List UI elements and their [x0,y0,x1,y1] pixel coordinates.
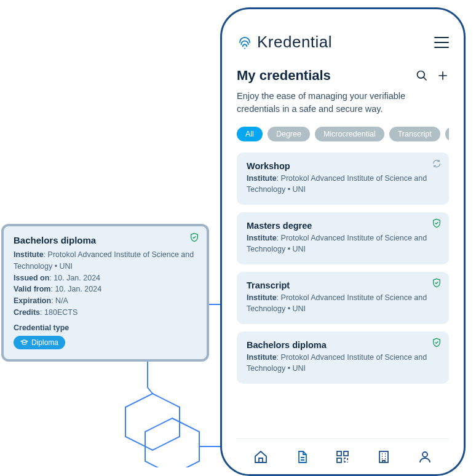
credential-card[interactable]: Transcript Institute: Protokol Advanced … [237,272,449,324]
nav-profile[interactable] [417,449,433,465]
card-title: Bachelors diploma [247,340,439,350]
shield-check-icon [432,338,442,347]
card-title: Masters degree [247,221,439,231]
search-icon[interactable] [416,69,428,82]
nav-documents[interactable] [294,449,310,465]
svg-rect-2 [344,451,348,456]
card-subtitle: Institute: Protokol Advanced Institute o… [247,173,439,195]
filter-chip-other[interactable]: Otl [445,127,449,141]
card-subtitle: Institute: Protokol Advanced Institute o… [247,293,439,314]
refresh-icon [432,159,442,169]
bottom-nav [237,438,449,474]
credential-list: Workshop Institute: Protokol Advanced In… [237,153,449,438]
card-subtitle: Institute: Protokol Advanced Institute o… [247,233,439,255]
credential-type-chip: Diploma [14,336,65,349]
svg-point-0 [418,71,425,79]
credential-detail-card: Bachelors diploma Institute: Protokol Ad… [1,224,209,362]
filter-chip-all[interactable]: All [237,127,263,141]
card-title: Workshop [247,161,439,171]
credential-card[interactable]: Workshop Institute: Protokol Advanced In… [237,153,449,205]
nav-institution[interactable] [376,449,392,465]
shield-check-icon [432,278,442,288]
filter-chip-degree[interactable]: Degree [268,127,310,141]
card-subtitle: Institute: Protokol Advanced Institute o… [247,352,439,374]
document-icon [295,450,309,464]
nav-scan[interactable] [335,449,351,465]
building-icon [376,450,391,464]
svg-point-5 [422,452,427,457]
app-header: Kredential [237,33,449,52]
add-icon[interactable] [437,69,449,82]
fingerprint-icon [237,34,253,50]
filter-chips: All Degree Microcredential Transcript Ot… [237,127,449,141]
page-subtitle: Enjoy the ease of managing your verifiab… [237,90,449,116]
filter-chip-transcript[interactable]: Transcript [389,127,440,141]
graduation-cap-icon [20,338,28,346]
phone-frame: Kredential My credentials Enjoy the ease… [220,7,466,476]
person-icon [418,450,432,464]
brand-name: Kredential [257,33,332,52]
credential-card[interactable]: Bachelors diploma Institute: Protokol Ad… [237,331,449,384]
credential-type-label: Credential type [14,323,197,332]
credential-card[interactable]: Masters degree Institute: Protokol Advan… [237,212,449,264]
svg-rect-3 [337,458,341,462]
detail-title: Bachelors diploma [14,235,96,245]
detail-fields: Institute: Protokol Advanced Institute o… [14,249,197,319]
svg-rect-1 [337,451,341,456]
nav-home[interactable] [253,449,269,465]
card-title: Transcript [247,280,439,290]
shield-check-icon [432,218,442,228]
shield-check-icon [189,232,199,242]
menu-icon[interactable] [434,37,449,48]
brand-logo: Kredential [237,33,332,52]
qr-icon [335,450,350,464]
filter-chip-microcredential[interactable]: Microcredential [315,127,384,141]
page-title: My credentials [237,68,331,84]
title-row: My credentials [237,68,449,84]
home-icon [253,450,268,464]
